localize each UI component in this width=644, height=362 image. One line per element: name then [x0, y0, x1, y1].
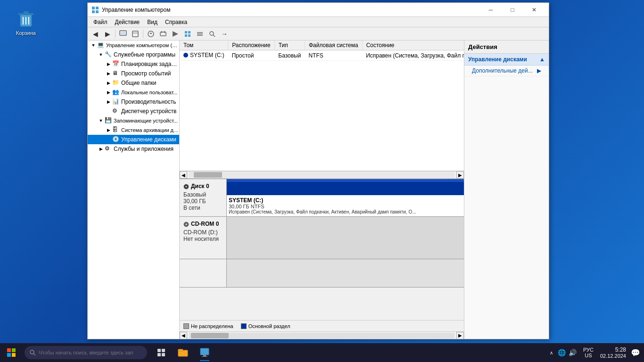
toolbar-up[interactable]: [117, 29, 129, 39]
toolbar-sep-1: [115, 30, 116, 38]
maximize-button[interactable]: □: [502, 3, 523, 17]
toolbar-btn5[interactable]: [170, 29, 181, 39]
menu-action[interactable]: Действие: [111, 18, 144, 26]
tree-label-events: Просмотр событий: [121, 70, 171, 77]
toolbar: ◀ ▶: [88, 27, 549, 41]
toolbar-btn8[interactable]: [206, 29, 218, 39]
svg-line-36: [33, 354, 35, 355]
col-volume[interactable]: Том: [180, 41, 228, 50]
partition-c-desc: Исправен (Система, Загрузка, Файл подкач…: [229, 209, 462, 214]
legend-label-primary: Основной раздел: [248, 323, 290, 329]
search-input[interactable]: [39, 350, 133, 355]
network-icon[interactable]: 🌐: [558, 349, 566, 356]
col-status[interactable]: Состояние: [362, 41, 464, 50]
partition-c-size: 30,00 ГБ NTFS: [229, 204, 462, 209]
language-indicator[interactable]: РУС US: [581, 347, 595, 358]
taskbar-file-explorer[interactable]: [173, 343, 193, 362]
actions-link-more[interactable]: Дополнительные дей... ▶: [464, 66, 549, 76]
table-body: SYSTEM (C:) Простой Базовый NTFS Исправе…: [180, 50, 464, 61]
table-area[interactable]: Том Расположение Тип Файловая система Со…: [180, 41, 464, 171]
tree-item-local-users[interactable]: ▶ 👥 Локальные пользоват...: [88, 88, 179, 97]
tree-label-storage: Запоминающие устройст...: [114, 118, 178, 123]
col-location[interactable]: Расположение: [228, 41, 275, 50]
expander-users: ▶: [105, 89, 112, 96]
close-button[interactable]: ✕: [523, 3, 545, 17]
tree-item-eventviewer[interactable]: ▶ 🖥 Просмотр событий: [88, 69, 179, 78]
svg-rect-37: [157, 349, 161, 352]
actions-panel: Действия Управление дисками ▲ Дополнител…: [464, 41, 549, 339]
tree-item-device-manager[interactable]: ▶ ⚙ Диспетчер устройств: [88, 107, 179, 116]
scroll-right-btn[interactable]: ▶: [456, 171, 464, 179]
toolbar-btn2[interactable]: [130, 29, 141, 39]
unallocated-label: [180, 259, 227, 287]
tree-label-perf: Производительность: [121, 99, 176, 105]
tree-scroll-right[interactable]: ▶: [456, 332, 464, 339]
toolbar-btn3[interactable]: [145, 29, 157, 39]
tree-item-tools[interactable]: ▼ 🔧 Служебные программы: [88, 50, 179, 59]
toolbar-btn9[interactable]: →: [219, 29, 230, 39]
tree-item-storage[interactable]: ▼ 💾 Запоминающие устройст...: [88, 116, 179, 125]
tree-panel: ▼ 💻 Управление компьютером (л... ▼ 🔧 Слу…: [88, 41, 180, 339]
col-filesystem[interactable]: Файловая система: [305, 41, 362, 50]
scroll-left-btn[interactable]: ◀: [180, 171, 187, 179]
start-button[interactable]: [0, 343, 23, 362]
tree-item-root[interactable]: ▼ 💻 Управление компьютером (л...: [88, 41, 179, 50]
expander-storage: ▼: [97, 117, 105, 124]
tree-item-disk-management[interactable]: ▶ 💿 Управление дисками: [88, 135, 179, 144]
taskbar-computer-management[interactable]: [194, 343, 215, 362]
svg-rect-8: [92, 10, 95, 13]
partition-c-name: SYSTEM (C:): [229, 197, 462, 204]
svg-rect-45: [202, 356, 207, 357]
clock[interactable]: 5:28 02.12.2024: [597, 346, 629, 359]
tree-item-scheduler[interactable]: ▶ 📅 Планировщик заданий: [88, 59, 179, 69]
taskbar-multitasking[interactable]: [151, 343, 172, 362]
tree-label-users: Локальные пользоват...: [121, 90, 177, 95]
menu-bar: Файл Действие Вид Справка: [88, 17, 549, 27]
svg-rect-34: [12, 353, 16, 357]
performance-icon: 📊: [112, 98, 120, 106]
tree-item-backup[interactable]: ▶ 🗄 Система архивации да...: [88, 125, 179, 135]
disk-label-cdrom: CD-ROM 0 CD-ROM (D:) Нет носителя: [180, 217, 227, 259]
col-type[interactable]: Тип: [274, 41, 305, 50]
svg-rect-43: [200, 348, 209, 355]
cell-status: Исправен (Система, Загрузка, Файл подк..…: [362, 50, 464, 61]
tray-arrow[interactable]: ∧: [550, 350, 553, 355]
h-scrollbar[interactable]: [189, 172, 454, 178]
menu-file[interactable]: Файл: [90, 18, 111, 26]
toolbar-btn7[interactable]: [194, 29, 206, 39]
table-row[interactable]: SYSTEM (C:) Простой Базовый NTFS Исправе…: [180, 50, 464, 61]
actions-link-label: Дополнительные дей...: [472, 67, 533, 74]
desktop-icon-recycle-bin[interactable]: Корзина: [9, 9, 42, 36]
tree-bottom-scrollbar[interactable]: [189, 333, 454, 338]
cell-location: Простой: [228, 50, 275, 61]
volumes-table: Том Расположение Тип Файловая система Со…: [180, 41, 464, 61]
toolbar-forward[interactable]: ▶: [102, 29, 113, 39]
tree-scroll-left[interactable]: ◀: [180, 332, 187, 339]
actions-section-disk-management[interactable]: Управление дисками ▲: [464, 54, 549, 66]
disk-0-size: 30,00 ГБ: [183, 198, 223, 205]
tree-label-scheduler: Планировщик заданий: [121, 61, 179, 67]
cell-filesystem: NTFS: [305, 50, 362, 61]
actions-section-arrow: ▲: [539, 56, 545, 63]
menu-help[interactable]: Справка: [161, 18, 191, 26]
disk-item-cdrom: CD-ROM 0 CD-ROM (D:) Нет носителя: [180, 217, 464, 259]
tree-label-root: Управление компьютером (л...: [106, 42, 179, 48]
partition-c[interactable]: SYSTEM (C:) 30,00 ГБ NTFS Исправен (Сист…: [227, 179, 464, 216]
svg-rect-21: [188, 34, 190, 37]
tree-item-performance[interactable]: ▶ 📊 Производительность: [88, 97, 179, 107]
tree-item-services[interactable]: ▶ ⚙ Службы и приложения: [88, 144, 179, 154]
notification-icon[interactable]: 💬: [631, 348, 640, 357]
disk-view-area: Диск 0 Базовый 30,00 ГБ В сети: [180, 179, 464, 320]
svg-point-25: [210, 32, 214, 35]
search-bar[interactable]: [25, 346, 147, 359]
menu-view[interactable]: Вид: [143, 18, 161, 26]
toolbar-btn6[interactable]: [182, 29, 193, 39]
window-title: Управление компьютером: [102, 7, 170, 13]
legend-box-unallocated: [183, 323, 189, 329]
toolbar-btn4[interactable]: [157, 29, 169, 39]
toolbar-back[interactable]: ◀: [90, 29, 101, 39]
volume-icon[interactable]: 🔊: [569, 349, 577, 356]
minimize-button[interactable]: ─: [480, 3, 502, 17]
taskbar: ∧ 🌐 🔊 РУС US 5:28 02.12.2024 💬: [0, 343, 644, 362]
tree-item-shared-folders[interactable]: ▶ 📁 Общие папки: [88, 78, 179, 88]
